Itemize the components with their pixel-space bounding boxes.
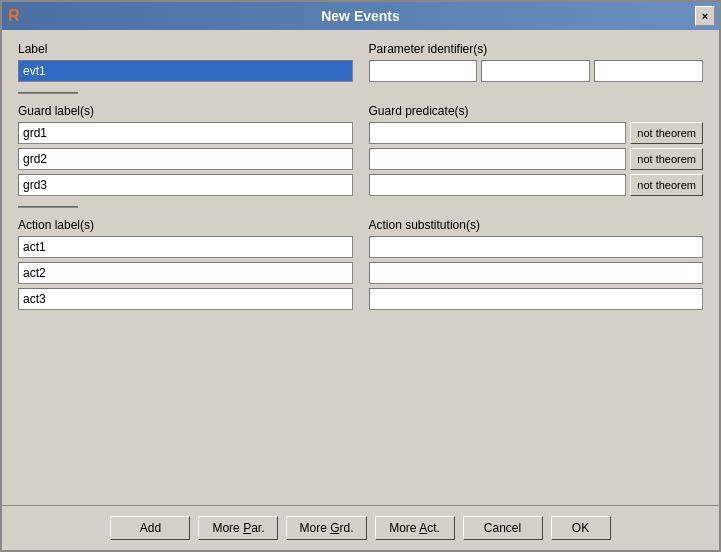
app-icon: R [8,7,20,25]
guard-predicate-row-3: not theorem [369,174,704,196]
more-par-button[interactable]: More Par. [198,516,278,540]
more-grd-underline: G [330,521,339,535]
label-input[interactable] [18,60,353,82]
guard-predicate-2[interactable] [369,148,627,170]
action-row: Action label(s) Action substitution(s) [18,218,703,310]
action-labels-section: Action label(s) [18,218,353,310]
action-label-3[interactable] [18,288,353,310]
not-theorem-btn-1[interactable]: not theorem [630,122,703,144]
top-row: Label Parameter identifier(s) [18,42,703,82]
action-substitution-rows [369,236,704,310]
more-par-underline: P [243,521,251,535]
more-grd-button[interactable]: More Grd. [286,516,366,540]
guard-row: Guard label(s) Guard predicate(s) not th… [18,104,703,196]
param-fields-row [369,60,704,82]
guard-labels-rows [18,122,353,196]
guard-labels-heading: Guard label(s) [18,104,353,118]
window-title: New Events [321,8,400,24]
guard-label-2[interactable] [18,148,353,170]
action-label-1[interactable] [18,236,353,258]
guard-predicate-row-2: not theorem [369,148,704,170]
action-label-rows [18,236,353,310]
guard-predicates-section: Guard predicate(s) not theorem not theor… [369,104,704,196]
footer: Add More Par. More Grd. More Act. Cancel… [2,505,719,550]
guard-labels-section: Guard label(s) [18,104,353,196]
cancel-button[interactable]: Cancel [463,516,543,540]
param-field-3[interactable] [594,60,703,82]
ok-button[interactable]: OK [551,516,611,540]
action-label-2[interactable] [18,262,353,284]
param-section: Parameter identifier(s) [369,42,704,82]
action-labels-heading: Action label(s) [18,218,353,232]
action-substitution-3[interactable] [369,288,704,310]
param-field-1[interactable] [369,60,478,82]
not-theorem-btn-2[interactable]: not theorem [630,148,703,170]
label-heading: Label [18,42,353,56]
more-act-button[interactable]: More Act. [375,516,455,540]
action-substitutions-section: Action substitution(s) [369,218,704,310]
guard-predicate-rows: not theorem not theorem not theorem [369,122,704,196]
not-theorem-btn-3[interactable]: not theorem [630,174,703,196]
param-heading: Parameter identifier(s) [369,42,704,56]
guard-predicates-heading: Guard predicate(s) [369,104,704,118]
close-button[interactable]: × [695,6,715,26]
divider-line-2 [18,206,78,208]
guard-predicate-3[interactable] [369,174,627,196]
guard-predicate-1[interactable] [369,122,627,144]
more-act-underline: A [419,521,427,535]
guard-predicate-row-1: not theorem [369,122,704,144]
action-substitution-2[interactable] [369,262,704,284]
divider-line-1 [18,92,78,94]
guard-label-1[interactable] [18,122,353,144]
divider-2 [18,204,703,210]
action-substitutions-heading: Action substitution(s) [369,218,704,232]
titlebar: R New Events × [2,2,719,30]
main-window: R New Events × Label Parameter identifie… [0,0,721,552]
divider-1 [18,90,703,96]
param-field-2[interactable] [481,60,590,82]
add-button[interactable]: Add [110,516,190,540]
guard-label-3[interactable] [18,174,353,196]
action-substitution-1[interactable] [369,236,704,258]
content-area: Label Parameter identifier(s) Guard labe… [2,30,719,505]
spacer [18,318,703,493]
label-section: Label [18,42,353,82]
